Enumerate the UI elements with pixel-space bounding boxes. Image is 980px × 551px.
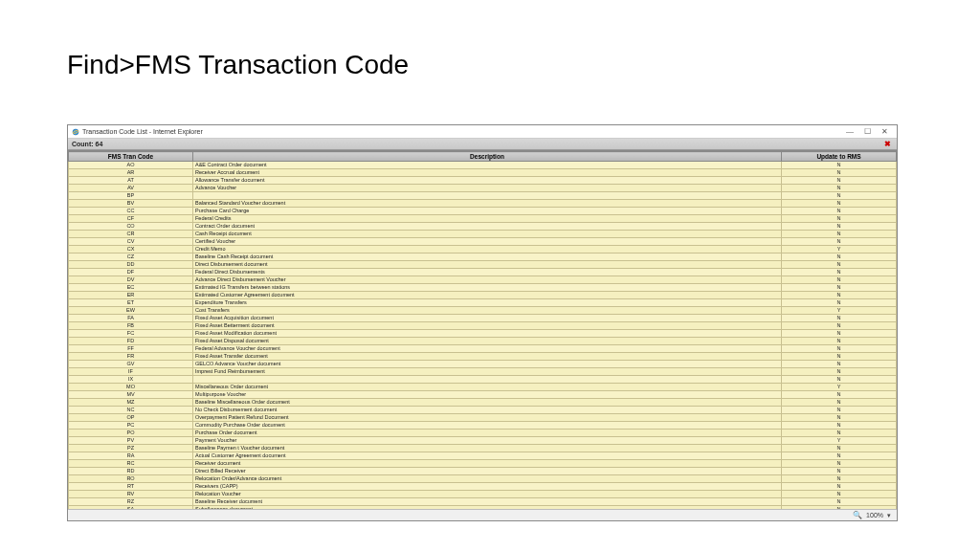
cell-desc: Baseline Cash Receipt document <box>193 253 782 261</box>
cell-desc: Contract Order document <box>193 223 782 231</box>
table-row[interactable]: MZBaseline Miscellaneous Order documentN <box>69 399 897 407</box>
table-row[interactable]: RVRelocation VoucherN <box>69 491 897 498</box>
table-row[interactable]: IFImprest Fund ReimbursementN <box>69 368 897 376</box>
cell-upd: N <box>782 361 897 368</box>
cell-desc: Advance Voucher <box>193 185 782 192</box>
table-row[interactable]: RAActual Customer Agreement documentN <box>69 452 897 460</box>
cell-code: AT <box>69 177 193 185</box>
table-row[interactable]: FCFixed Asset Modification documentN <box>69 330 897 338</box>
cell-code: RO <box>69 475 193 483</box>
table-row[interactable]: RORelocation Order/Advance documentN <box>69 475 897 483</box>
table-row[interactable]: MOMiscellaneous Order documentY <box>69 384 897 391</box>
cell-desc: Federal Advance Voucher document <box>193 345 782 353</box>
cell-desc: Payment Voucher <box>193 437 782 445</box>
cell-upd: N <box>782 498 897 506</box>
cell-code: EC <box>69 284 193 292</box>
cell-code: MZ <box>69 399 193 407</box>
table-row[interactable]: GVGELCO Advance Voucher documentN <box>69 361 897 368</box>
table-row[interactable]: AOA&E Contract Order documentN <box>69 162 897 169</box>
table-row[interactable]: CRCash Receipt documentN <box>69 231 897 238</box>
cell-upd: N <box>782 208 897 215</box>
table-row[interactable]: BVBalanced Standard Voucher documentN <box>69 200 897 208</box>
table-row[interactable]: ATAllowance Transfer documentN <box>69 177 897 185</box>
table-row[interactable]: OPOverpayment Patient Refund DocumentN <box>69 414 897 422</box>
table-row[interactable]: RZBaseline Receiver documentN <box>69 498 897 506</box>
table-row[interactable]: RDDirect Billed ReceiverN <box>69 468 897 475</box>
table-row[interactable]: CXCredit MemoY <box>69 246 897 253</box>
col-header-upd[interactable]: Update to RMS <box>782 152 897 162</box>
cell-code: BP <box>69 192 193 200</box>
table-row[interactable]: CZBaseline Cash Receipt documentN <box>69 253 897 261</box>
cell-code: FA <box>69 315 193 322</box>
count-label: Count: 64 <box>72 141 102 147</box>
cell-upd: N <box>782 422 897 430</box>
cell-upd: Y <box>782 307 897 315</box>
table-row[interactable]: RTReceivers (CAPP)N <box>69 483 897 491</box>
ie-icon <box>72 128 79 136</box>
table-row[interactable]: FDFixed Asset Disposal documentN <box>69 338 897 345</box>
cell-desc: Baseline Miscellaneous Order document <box>193 399 782 407</box>
table-row[interactable]: POPurchase Order documentN <box>69 430 897 437</box>
zoom-dropdown-icon[interactable]: ▾ <box>887 512 891 519</box>
cell-upd: N <box>782 177 897 185</box>
table-row[interactable]: ETExpenditure TransfersN <box>69 299 897 307</box>
window-title-text: Transaction Code List - Internet Explore… <box>82 128 203 135</box>
cell-upd: N <box>782 231 897 238</box>
count-bar: Count: 64 ✖ <box>68 139 897 150</box>
cell-upd: N <box>782 276 897 284</box>
cell-code: NC <box>69 407 193 414</box>
table-row[interactable]: CVCertified VoucherN <box>69 238 897 246</box>
table-row[interactable]: ARReceiver Accrual documentN <box>69 169 897 177</box>
table-row[interactable]: RCReceiver documentN <box>69 460 897 468</box>
cell-desc: Receiver Accrual document <box>193 169 782 177</box>
cell-desc: A&E Contract Order document <box>193 162 782 169</box>
table-row[interactable]: AVAdvance VoucherN <box>69 185 897 192</box>
table-row[interactable]: BPN <box>69 192 897 200</box>
table-row[interactable]: DVAdvance Direct Disbursement VoucherN <box>69 276 897 284</box>
cell-desc: Baseline Paymen t Voucher document <box>193 445 782 452</box>
cell-code: AR <box>69 169 193 177</box>
grid-area: FMS Tran Code Description Update to RMS … <box>68 150 897 509</box>
table-row[interactable]: FRFixed Asset Transfer documentN <box>69 353 897 361</box>
cell-desc: GELCO Advance Voucher document <box>193 361 782 368</box>
cell-code: DV <box>69 276 193 284</box>
table-row[interactable]: COContract Order documentN <box>69 223 897 231</box>
close-button[interactable]: ✕ <box>876 127 893 136</box>
table-row[interactable]: EREstimated Customer Agreement documentN <box>69 292 897 299</box>
table-row[interactable]: IXN <box>69 376 897 384</box>
table-row[interactable]: PVPayment VoucherY <box>69 437 897 445</box>
table-row[interactable]: CCPurchase Card ChargeN <box>69 208 897 215</box>
cell-upd: N <box>782 368 897 376</box>
table-row[interactable]: FBFixed Asset Betterment documentN <box>69 322 897 330</box>
minimize-button[interactable]: — <box>841 127 858 136</box>
cell-upd: N <box>782 185 897 192</box>
table-row[interactable]: MVMultipurpose VoucherN <box>69 391 897 399</box>
cell-code: PO <box>69 430 193 437</box>
col-header-desc[interactable]: Description <box>193 152 782 162</box>
cell-code: MO <box>69 384 193 391</box>
table-row[interactable]: EWCost TransfersY <box>69 307 897 315</box>
cell-upd: N <box>782 322 897 330</box>
table-row[interactable]: CFFederal CreditsN <box>69 215 897 223</box>
table-row[interactable]: DDDirect Disbursement documentN <box>69 261 897 269</box>
cell-desc: Advance Direct Disbursement Voucher <box>193 276 782 284</box>
table-row[interactable]: FFFederal Advance Voucher documentN <box>69 345 897 353</box>
cell-upd: N <box>782 299 897 307</box>
cell-desc: Federal Credits <box>193 215 782 223</box>
table-row[interactable]: NCNo Check Disbursement documentN <box>69 407 897 414</box>
table-row[interactable]: FAFixed Asset Acquisition documentN <box>69 315 897 322</box>
cell-code: EW <box>69 307 193 315</box>
maximize-button[interactable]: ☐ <box>858 127 876 136</box>
close-panel-icon[interactable]: ✖ <box>884 140 891 148</box>
table-row[interactable]: PZBaseline Paymen t Voucher documentN <box>69 445 897 452</box>
table-row[interactable]: DFFederal Direct DisbursementsN <box>69 269 897 276</box>
cell-code: RD <box>69 468 193 475</box>
col-header-code[interactable]: FMS Tran Code <box>69 152 193 162</box>
cell-code: FD <box>69 338 193 345</box>
cell-upd: N <box>782 269 897 276</box>
cell-upd: N <box>782 192 897 200</box>
zoom-level[interactable]: 100% <box>866 512 883 518</box>
table-row[interactable]: ECEstimated IG Transfers between station… <box>69 284 897 292</box>
table-row[interactable]: PCCommodity Purchase Order documentN <box>69 422 897 430</box>
cell-desc: Expenditure Transfers <box>193 299 782 307</box>
